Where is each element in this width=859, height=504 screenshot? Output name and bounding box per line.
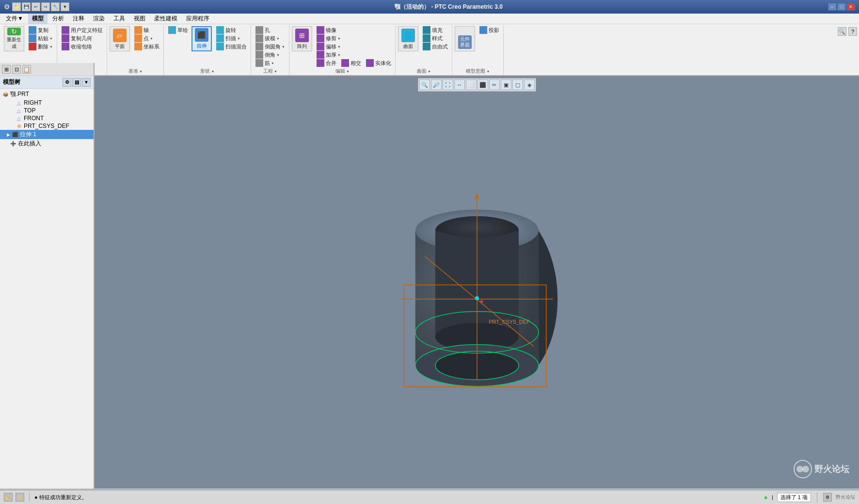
vp-settings2[interactable]: ▣ xyxy=(501,79,511,90)
tree-item-csys[interactable]: ⊕ PRT_CSYS_DEF xyxy=(0,122,94,130)
qa-redo[interactable]: ↪ xyxy=(41,2,50,11)
search-icon[interactable]: 🔍 xyxy=(838,27,846,36)
btn-freestyle[interactable]: 自由式 xyxy=(421,43,450,50)
tree-item-insert-here[interactable]: ➕ 在此插入 xyxy=(0,139,94,148)
qa-regen[interactable]: 🔧 xyxy=(51,2,60,11)
btn-paste[interactable]: 粘贴▼ xyxy=(27,34,55,42)
vp-zoom-in[interactable]: 🔍 xyxy=(419,79,430,90)
btn-trim[interactable]: 修剪▼ xyxy=(315,34,393,42)
menu-flexible[interactable]: 柔性建模 xyxy=(150,14,181,24)
left-panel: 模型树 ⚙ ▤ ▼ 📦 颚.PRT △ RIGHT △ TOP xyxy=(0,76,95,488)
qa-more[interactable]: ▼ xyxy=(61,2,69,11)
menu-file[interactable]: 文件▼ xyxy=(2,14,27,24)
btn-mirror[interactable]: 镜像 xyxy=(315,26,393,34)
btn-solidify[interactable]: 实体化 xyxy=(364,59,393,67)
tree-item-right[interactable]: △ RIGHT xyxy=(0,99,94,107)
tree-expand-right xyxy=(10,100,15,105)
menu-applications[interactable]: 应用程序 xyxy=(182,14,213,24)
btn-regenerate[interactable]: ↻ 重新生成 xyxy=(4,26,24,51)
menu-view[interactable]: 视图 xyxy=(130,14,149,24)
btn-sweep[interactable]: 扫描▼ xyxy=(214,34,249,42)
tree-expand-csys xyxy=(10,124,15,128)
btn-style[interactable]: 样式 xyxy=(421,34,450,42)
group-label-shape[interactable]: 形状▼ xyxy=(166,67,249,75)
btn-point[interactable]: 点▼ xyxy=(132,34,161,42)
tree-item-top[interactable]: △ TOP xyxy=(0,107,94,114)
btn-intersect[interactable]: 相交 xyxy=(339,59,363,67)
btn-sweep-blend[interactable]: 扫描混合 xyxy=(214,43,249,50)
vp-zoom-out[interactable]: 🔎 xyxy=(431,79,442,90)
qa-new[interactable]: 📁 xyxy=(12,2,21,11)
tree-expand-btn[interactable]: ▼ xyxy=(82,78,91,87)
menu-analysis[interactable]: 分析 xyxy=(48,14,68,24)
tree-icon-insert: ➕ xyxy=(10,141,16,147)
btn-pattern[interactable]: ⊞ 阵列 xyxy=(292,26,312,51)
group-label-surface[interactable]: 曲面▼ xyxy=(398,67,450,75)
vp-pan[interactable]: ↔ xyxy=(454,79,465,90)
tree-item-root[interactable]: 📦 颚.PRT xyxy=(0,90,94,99)
ribbon-group-edit: ⊞ 阵列 镜像 修剪▼ 偏移▼ 加厚▼ 合并 相交 实体化 编辑▼ xyxy=(290,25,396,75)
group-label-engineering[interactable]: 工程▼ xyxy=(254,67,287,75)
menu-render[interactable]: 渲染 xyxy=(89,14,109,24)
group-label-model-intent[interactable]: 模型意图▼ xyxy=(455,67,501,75)
ribbon-group-model-intent: 元件界面 投影 模型意图▼ xyxy=(453,25,504,75)
btn-copy[interactable]: 复制 xyxy=(27,26,55,34)
status-icon-2[interactable]: ⚡ xyxy=(16,493,24,502)
tree-settings-btn[interactable]: ⚙ xyxy=(63,78,71,87)
btn-axis[interactable]: 轴 xyxy=(132,26,161,34)
btn-thicken[interactable]: 加厚▼ xyxy=(315,51,393,59)
close-button[interactable]: ✕ xyxy=(846,3,855,11)
btn-sketch[interactable]: 草绘 xyxy=(166,26,190,34)
btn-component-interface[interactable]: 元件界面 xyxy=(455,26,475,51)
show-model-tree-btn[interactable]: ⊞ xyxy=(2,65,11,74)
help-icon[interactable]: ? xyxy=(848,27,857,36)
btn-csys[interactable]: 坐标系 xyxy=(132,43,161,50)
qa-undo[interactable]: ↩ xyxy=(32,2,40,11)
btn-round[interactable]: 倒圆角▼ xyxy=(254,43,287,50)
btn-chamfer[interactable]: 倒角▼ xyxy=(254,51,287,59)
tree-expand-extrude1[interactable]: ▶ xyxy=(6,132,11,137)
btn-extrude[interactable]: ⬛ 拉伸 xyxy=(191,26,212,51)
btn-fill[interactable]: 填充 xyxy=(421,26,450,34)
group-label-datum[interactable]: 基准▼ xyxy=(110,67,161,75)
vp-shaded[interactable]: ⬛ xyxy=(477,79,488,90)
btn-hole[interactable]: 孔 xyxy=(254,26,287,34)
btn-user-feature[interactable]: 用户定义特征 xyxy=(60,26,105,34)
btn-offset[interactable]: 偏移▼ xyxy=(315,43,393,50)
menu-annotate[interactable]: 注释 xyxy=(69,14,88,24)
menu-model[interactable]: 模型 xyxy=(28,14,48,24)
status-right: ● | 选择了 1 项 ⚙ 野火论坛 xyxy=(764,492,855,502)
minimize-button[interactable]: ─ xyxy=(828,3,837,11)
vp-settings1[interactable]: ✂ xyxy=(489,79,500,90)
btn-draft[interactable]: 拔模▼ xyxy=(254,34,287,42)
vp-settings4[interactable]: ◈ xyxy=(524,79,535,90)
ribbon-group-shape: 草绘 ⬛ 拉伸 旋转 扫描▼ 扫描混合 形状▼ xyxy=(164,25,251,75)
group-label-edit[interactable]: 编辑▼ xyxy=(292,67,393,75)
btn-rib[interactable]: 筋▼ xyxy=(254,59,287,67)
btn-project[interactable]: 投影 xyxy=(477,26,501,34)
btn-surface-main[interactable]: 🌐 曲面 xyxy=(398,26,418,51)
btn-plane[interactable]: ▱ 平面 xyxy=(110,26,130,51)
vp-wireframe[interactable]: ⬜ xyxy=(466,79,477,90)
btn-revolve[interactable]: 旋转 xyxy=(214,26,249,34)
maximize-button[interactable]: □ xyxy=(837,3,846,11)
btn-copy-geom[interactable]: 复制几何 xyxy=(60,34,105,42)
menu-tools[interactable]: 工具 xyxy=(110,14,129,24)
tree-filter-btn[interactable]: ▤ xyxy=(72,78,81,87)
qa-save[interactable]: 💾 xyxy=(22,2,31,11)
tree-icon-extrude1: ⬛ xyxy=(12,131,18,138)
show-layers-btn[interactable]: ⊡ xyxy=(12,65,21,74)
btn-merge[interactable]: 合并 xyxy=(315,59,338,67)
tree-label-right: RIGHT xyxy=(24,99,42,106)
btn-delete[interactable]: 删除▼ xyxy=(27,43,55,50)
vp-zoom-fit[interactable]: ⛶ xyxy=(443,79,453,90)
tree-item-extrude1[interactable]: ▶ ⬛ 拉伸 1 xyxy=(0,130,94,139)
tree-item-front[interactable]: △ FRONT xyxy=(0,114,94,122)
vp-settings3[interactable]: ▢ xyxy=(512,79,523,90)
status-icon-1[interactable]: 📐 xyxy=(4,493,13,502)
window-controls[interactable]: ─ □ ✕ xyxy=(828,3,855,11)
main-viewport[interactable]: 🔍 🔎 ⛶ ↔ ⬜ ⬛ ✂ ▣ ▢ ◈ xyxy=(95,76,859,488)
btn-shrink-wrap[interactable]: 收缩包络 xyxy=(60,43,105,50)
show-props-btn[interactable]: 📋 xyxy=(22,65,31,74)
settings-status-btn[interactable]: ⚙ xyxy=(823,493,832,502)
